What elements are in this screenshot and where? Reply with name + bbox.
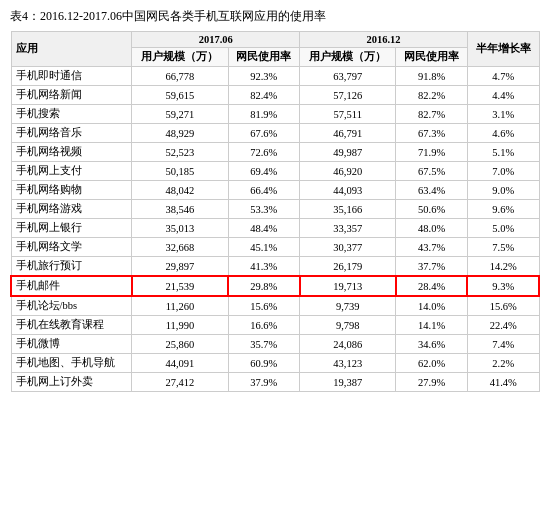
table-row: 手机邮件21,53929.8%19,71328.4%9.3% (11, 276, 539, 296)
table-row: 手机网络购物48,04266.4%44,09363.4%9.0% (11, 181, 539, 200)
table-row: 手机即时通信66,77892.3%63,79791.8%4.7% (11, 67, 539, 86)
table-row: 手机在线教育课程11,99016.6%9,79814.1%22.4% (11, 316, 539, 335)
col-header-app: 应用 (11, 32, 132, 67)
col-subheader-s17-scale: 用户规模（万） (132, 48, 228, 67)
col-subheader-s16-rate: 网民使用率 (396, 48, 468, 67)
col-subheader-s16-scale: 用户规模（万） (300, 48, 396, 67)
page-title: 表4：2016.12-2017.06中国网民各类手机互联网应用的使用率 (10, 8, 540, 25)
table-row: 手机网络音乐48,92967.6%46,79167.3%4.6% (11, 124, 539, 143)
table-row: 手机搜索59,27181.9%57,51182.7%3.1% (11, 105, 539, 124)
table-row: 手机网上订外卖27,41237.9%19,38727.9%41.4% (11, 373, 539, 392)
data-table: 应用 2017.06 2016.12 半年增长率 用户规模（万） 网民使用率 用… (10, 31, 540, 392)
table-row: 手机网络新闻59,61582.4%57,12682.2%4.4% (11, 86, 539, 105)
table-row: 手机网络视频52,52372.6%49,98771.9%5.1% (11, 143, 539, 162)
table-row: 手机微博25,86035.7%24,08634.6%7.4% (11, 335, 539, 354)
col-subheader-s17-rate: 网民使用率 (228, 48, 300, 67)
col-header-growth: 半年增长率 (467, 32, 539, 67)
table-row: 手机网上支付50,18569.4%46,92067.5%7.0% (11, 162, 539, 181)
table-row: 手机网络游戏38,54653.3%35,16650.6%9.6% (11, 200, 539, 219)
col-header-2016: 2016.12 (300, 32, 468, 48)
table-row: 手机旅行预订29,89741.3%26,17937.7%14.2% (11, 257, 539, 277)
table-row: 手机地图、手机导航44,09160.9%43,12362.0%2.2% (11, 354, 539, 373)
col-header-2017: 2017.06 (132, 32, 300, 48)
table-row: 手机网络文学32,66845.1%30,37743.7%7.5% (11, 238, 539, 257)
table-row: 手机网上银行35,01348.4%33,35748.0%5.0% (11, 219, 539, 238)
table-row: 手机论坛/bbs11,26015.6%9,73914.0%15.6% (11, 296, 539, 316)
